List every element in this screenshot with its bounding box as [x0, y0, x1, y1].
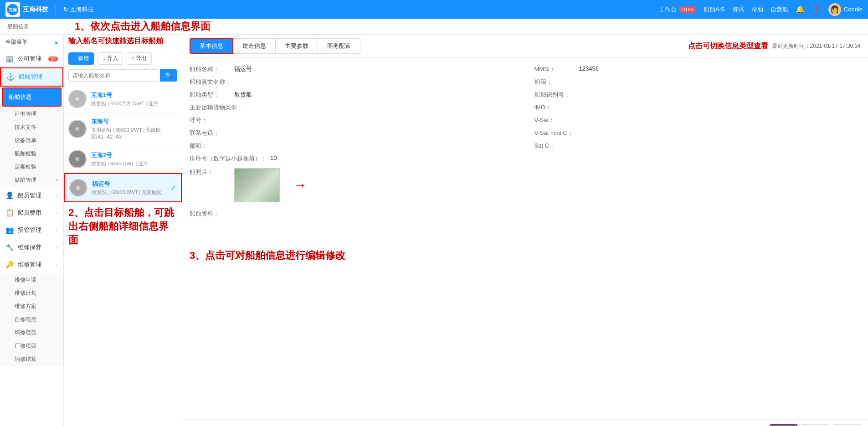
nav-ship-ais[interactable]: 船舶AIS — [704, 5, 725, 14]
ship-photo — [234, 168, 280, 202]
sidebar-item-self-repair[interactable]: 自修项目 — [0, 313, 63, 326]
ship-search-bar: 🔍 — [64, 69, 182, 85]
sidebar-item-crew-mgmt[interactable]: 👤 船员管理 › — [0, 187, 63, 204]
list-item[interactable]: 船 互海1号 散货船 | 6730万方 DWT | 近海 — [64, 85, 182, 113]
company-icon: 🏢 — [5, 55, 14, 63]
detail-content: 船舶名称： 福运号 船舶英文名称： 船舶类型： 散货船 主要运输货物类型： — [182, 58, 868, 419]
annotation-3-area: 3、点击可对船舶信息进行编辑修改 — [190, 245, 861, 266]
svg-text:船: 船 — [75, 127, 80, 132]
info-row-mmsi: MMSI： 123456 — [534, 65, 861, 73]
repair-icon: 🔑 — [5, 261, 14, 269]
edit-button[interactable]: ✏ 编辑 — [770, 424, 797, 426]
nav-subtitle: ↻ 互海科技 — [63, 5, 94, 14]
ship-avatar-3: 船 — [68, 150, 87, 168]
tab-params[interactable]: 主要参数 — [276, 38, 318, 54]
detail-panel: 基本信息 建造信息 主要参数 商务配置 点击可切换信息类型查看 最近更新时间：2… — [182, 35, 868, 426]
sidebar-item-tech-doc[interactable]: 技术文件 — [0, 121, 63, 134]
import-ship-button[interactable]: ↓ 导入 — [98, 52, 123, 65]
workbench-badge: 9196 — [679, 6, 696, 13]
sidebar-item-equip-list[interactable]: 设备清单 — [0, 134, 63, 147]
svg-text:船: 船 — [75, 97, 80, 102]
delete-button[interactable]: 🗑 删除 — [801, 424, 829, 426]
list-item[interactable]: 船 福运号 散货船 | 50000 DWT | 无限航区 ✓ — [64, 173, 182, 202]
sidebar-item-regular-inspect[interactable]: 定期检验 — [0, 160, 63, 174]
logo-text: 互海科技 — [23, 5, 48, 14]
detail-header: 基本信息 建造信息 主要参数 商务配置 点击可切换信息类型查看 最近更新时间：2… — [182, 35, 868, 58]
info-row-cargo-type: 主要运输货物类型： — [190, 103, 516, 112]
question-icon[interactable]: ❓ — [812, 5, 821, 14]
ship-desc-1: 散货船 | 6730万方 DWT | 近海 — [91, 100, 177, 107]
workbench-button[interactable]: 工作台 9196 — [659, 5, 696, 14]
tab-basic[interactable]: 基本信息 — [190, 38, 233, 54]
nav-self-ship[interactable]: 自营船 — [770, 5, 788, 14]
svg-text:船: 船 — [76, 185, 81, 190]
info-row-ship-en-name: 船舶英文名称： — [190, 78, 516, 86]
sidebar-item-dock-settle[interactable]: 坞修结算 — [0, 353, 63, 366]
logo-icon: 互海 — [5, 2, 20, 17]
sidebar-header: 全部菜单 ≡ — [0, 35, 63, 50]
last-update: 最近更新时间：2021-01-17 17:30:34 — [772, 42, 861, 50]
footer-actions: ✏ 编辑 🗑 删除 🖨 打印 — [770, 424, 861, 426]
sidebar-item-company[interactable]: 🏢 公司管理 57 — [0, 50, 63, 67]
add-ship-button[interactable]: + 新增 — [68, 52, 94, 65]
export-ship-button[interactable]: ↑ 导出 — [127, 52, 152, 65]
sidebar-item-repair-mgmt[interactable]: 🔑 维修管理 › — [0, 256, 63, 273]
sidebar-item-repair-apply[interactable]: 维修申请 — [0, 273, 63, 287]
ship-avatar-4: 船 — [69, 179, 87, 197]
annotation-search-hint: 输入船名可快速筛选目标船舶 — [68, 37, 163, 45]
list-item[interactable]: 船 东海号 多用途船 | 36000 DWT | 无线航区/A1+A2+A3 — [64, 113, 182, 145]
ship-avatar-1: 船 — [68, 90, 87, 108]
top-navigation: 互海 互海科技 ↻ 互海科技 工作台 9196 船舶AIS 资讯 帮助 自营船 … — [0, 0, 868, 19]
ship-photo-image — [235, 169, 279, 202]
ship-name-4: 福运号 — [92, 180, 166, 188]
sidebar-item-ship-inspect[interactable]: 船舶检验 — [0, 147, 63, 160]
anchor-icon: ⚓ — [6, 73, 15, 81]
info-row-satc: Sat C： — [534, 142, 861, 150]
tab-build[interactable]: 建造信息 — [233, 38, 276, 54]
info-row-sort-num: 排序号（数字越小越靠前）： 10 — [190, 154, 516, 163]
sidebar-item-cert-mgmt[interactable]: 证书管理 — [0, 108, 63, 121]
sidebar-item-maintenance[interactable]: 🔧 维修保养 › — [0, 239, 63, 256]
sidebar: 全部菜单 ≡ 🏢 公司管理 57 ⚓ 船舶管理 船舶信息 证书管理 技术文件 设… — [0, 35, 64, 426]
sidebar-item-crew-cost[interactable]: 📋 船员费用 › — [0, 204, 63, 221]
nav-help[interactable]: 帮助 — [751, 5, 763, 14]
info-row-imo: IMO： — [534, 103, 861, 112]
sidebar-item-ship-mgmt[interactable]: ⚓ 船舶管理 — [0, 67, 63, 87]
sidebar-collapse-btn[interactable]: ≡ — [55, 39, 58, 46]
ship-desc-3: 散货船 | 8445 DWT | 近海 — [91, 160, 177, 167]
ship-avatar-2: 船 — [68, 120, 87, 138]
avatar-area[interactable]: 👩 Connie — [828, 3, 863, 16]
ship-search-button[interactable]: 🔍 — [160, 69, 177, 82]
sidebar-item-defect-mgmt[interactable]: 缺陷管理 › — [0, 174, 63, 187]
sidebar-item-factory-repair[interactable]: 厂修项目 — [0, 339, 63, 353]
ship-info-2: 东海号 多用途船 | 36000 DWT | 无线航区/A1+A2+A3 — [91, 118, 177, 140]
svg-text:互海: 互海 — [9, 8, 17, 12]
sidebar-item-ship-info[interactable]: 船舶信息 — [2, 87, 62, 107]
detail-tabs: 基本信息 建造信息 主要参数 商务配置 — [190, 38, 360, 54]
logo-area[interactable]: 互海 互海科技 — [5, 2, 48, 17]
list-item[interactable]: 船 互海7号 散货船 | 8445 DWT | 近海 — [64, 145, 182, 173]
sidebar-item-repair-plan[interactable]: 维修计划 — [0, 287, 63, 300]
sidebar-item-recruit-mgmt[interactable]: 👥 招管管理 › — [0, 221, 63, 239]
detail-footer: 船舶数量： 4艘 ✏ 编辑 🗑 删除 🖨 打印 — [182, 419, 868, 426]
ship-desc-4: 散货船 | 50000 DWT | 无限航区 — [92, 189, 166, 196]
ship-info-1: 互海1号 散货船 | 6730万方 DWT | 近海 — [91, 91, 177, 107]
ship-name-2: 东海号 — [91, 118, 177, 126]
tab-biz[interactable]: 商务配置 — [318, 38, 360, 54]
info-row-email: 邮箱： — [190, 142, 516, 150]
recruit-icon: 👥 — [5, 226, 14, 234]
annotation-3: 3、点击可对船舶信息进行编辑修改 — [190, 250, 345, 261]
sidebar-item-dock-repair[interactable]: 坞修项目 — [0, 326, 63, 339]
info-left-col: 船舶名称： 福运号 船舶英文名称： 船舶类型： 散货船 主要运输货物类型： — [190, 65, 516, 163]
annotation-tab-hint: 点击可切换信息类型查看 — [688, 41, 768, 51]
info-row-callsign: 呼号： — [190, 116, 516, 124]
print-button[interactable]: 🖨 打印 — [833, 424, 861, 426]
annotation-2: 2、点击目标船舶，可跳出右侧船舶详细信息界面 — [68, 207, 174, 246]
nav-news[interactable]: 资讯 — [732, 5, 744, 14]
sidebar-item-repair-plan2[interactable]: 维修方案 — [0, 300, 63, 313]
ship-search-input[interactable] — [68, 69, 158, 82]
main-layout: 全部菜单 ≡ 🏢 公司管理 57 ⚓ 船舶管理 船舶信息 证书管理 技术文件 设… — [0, 35, 868, 426]
maintenance-icon: 🔧 — [5, 243, 14, 251]
bell-icon[interactable]: 🔔 — [796, 5, 805, 14]
ship-list-toolbar: + 新增 ↓ 导入 ↑ 导出 — [64, 48, 182, 69]
